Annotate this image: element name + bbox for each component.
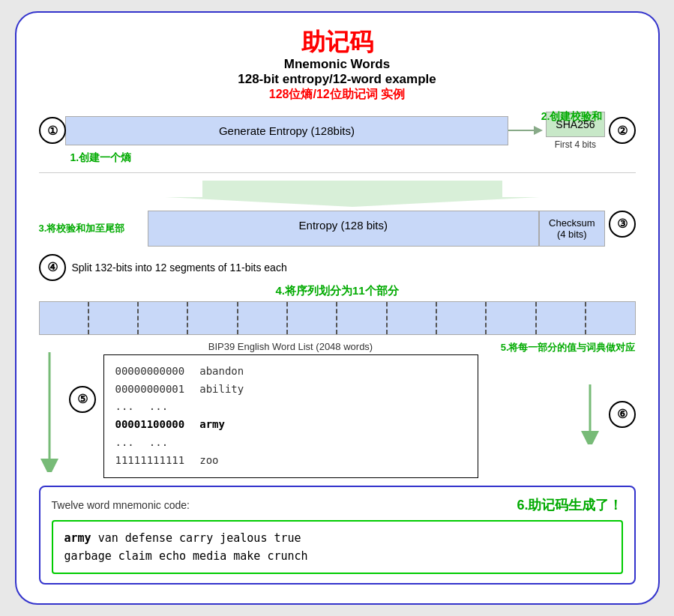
wordlist-word-highlight: army — [199, 416, 225, 434]
left-arrow-area — [39, 341, 61, 472]
circle-3: ③ — [609, 211, 636, 238]
section3-label: 3.将校验和加至尾部 — [39, 222, 125, 235]
down-arrow-right — [575, 384, 605, 444]
divider-1 — [39, 172, 636, 173]
bit-seg-8 — [388, 302, 437, 334]
entropy-box-2: Entropy (128 bits) — [148, 211, 540, 247]
bit-seg-5 — [238, 302, 288, 334]
wordlist-num-last: 11111111111 — [115, 452, 185, 470]
mnemonic-rest: van defense carry jealous true garbage c… — [64, 531, 308, 563]
section5-label: 5.将每一部分的值与词典做对应 — [501, 341, 636, 354]
down-arrow-left — [40, 352, 59, 472]
output-label: Twelve word mnemonic code: — [52, 499, 190, 511]
circle-6-area: ⑥ — [575, 384, 636, 444]
page-title-cn: 助记码 — [39, 28, 636, 56]
wordlist-row-1: 00000000000 abandon — [115, 363, 466, 381]
arrow-right-1 — [508, 123, 546, 138]
wordlist-row-highlight: 00001100000 army — [115, 416, 466, 434]
page-subtitle-cn: 128位熵/12位助记词 实例 — [39, 87, 636, 103]
bit-seg-10 — [487, 302, 536, 334]
bit-seg-6 — [288, 302, 337, 334]
wordlist-word-1: abandon — [199, 363, 244, 381]
bit-seg-4 — [188, 302, 238, 334]
wordlist-num-2: 00000000001 — [115, 381, 185, 399]
section6-label-cn: 6.助记码生成了！ — [517, 496, 622, 514]
output-section: Twelve word mnemonic code: 6.助记码生成了！ arm… — [39, 486, 636, 585]
wordlist-row-last: 11111111111 zoo — [115, 452, 466, 470]
page-title-en2: 128-bit entropy/12-word example — [39, 72, 636, 87]
checksum-label2: (4 bits) — [557, 229, 587, 240]
bit-seg-7 — [337, 302, 387, 334]
wordlist-label: BIP39 English Word List (2048 words) — [103, 341, 478, 352]
circle-1: ① — [39, 117, 66, 144]
mnemonic-first-word: army — [64, 531, 91, 545]
section4-area: ④ Split 132-bits into 12 segments of 11-… — [39, 254, 636, 335]
bit-segments-bar — [39, 301, 636, 335]
bit-seg-1 — [40, 302, 89, 334]
wordlist-num-dots1: ... — [115, 398, 134, 416]
circle-2: ② — [609, 117, 636, 144]
section2-label: 2.创建校验和 — [541, 110, 603, 124]
bit-seg-11 — [537, 302, 586, 334]
bit-seg-2 — [89, 302, 139, 334]
bit-seg-3 — [139, 302, 188, 334]
checksum-label1: Checksum — [549, 217, 595, 229]
wordlist-num-highlight: 00001100000 — [115, 416, 185, 434]
first4bits-label: First 4 bits — [555, 139, 596, 150]
wordlist-word-dots2: ... — [149, 434, 168, 452]
wordlist-row-dots1: ... ... — [115, 398, 466, 416]
wordlist-container: BIP39 English Word List (2048 words) 000… — [103, 341, 478, 478]
circle-5: ⑤ — [69, 386, 96, 413]
section1-label: 1.创建一个熵 — [70, 151, 636, 165]
right-side-area: 5.将每一部分的值与词典做对应 ⑥ — [486, 341, 636, 444]
entropy-box: Generate Entropy (128bits) — [65, 116, 509, 145]
circle-4: ④ — [39, 254, 66, 281]
wordlist-row-dots2: ... ... — [115, 434, 466, 452]
circle-5-area: ⑤ — [69, 341, 96, 413]
wordlist-word-2: ability — [199, 381, 244, 399]
bit-seg-12 — [586, 302, 634, 334]
mnemonic-box: army van defense carry jealous true garb… — [52, 520, 623, 574]
big-down-arrow — [165, 181, 540, 207]
bit-seg-9 — [437, 302, 487, 334]
page-title-en1: Mnemonic Words — [39, 57, 636, 72]
wordlist-row-2: 00000000001 ability — [115, 381, 466, 399]
wordlist-box: 00000000000 abandon 00000000001 ability … — [103, 354, 478, 478]
svg-marker-1 — [165, 181, 540, 207]
main-container: 助记码 Mnemonic Words 128-bit entropy/12-wo… — [15, 11, 660, 604]
section4-text: Split 132-bits into 12 segments of 11-bi… — [72, 262, 287, 274]
wordlist-word-dots1: ... — [149, 398, 168, 416]
wordlist-num-1: 00000000000 — [115, 363, 185, 381]
circle-6: ⑥ — [609, 401, 636, 428]
wordlist-word-last: zoo — [199, 452, 218, 470]
section4-cn: 4.将序列划分为11个部分 — [39, 284, 636, 298]
wordlist-num-dots2: ... — [115, 434, 134, 452]
checksum-box: Checksum (4 bits) — [539, 211, 604, 247]
